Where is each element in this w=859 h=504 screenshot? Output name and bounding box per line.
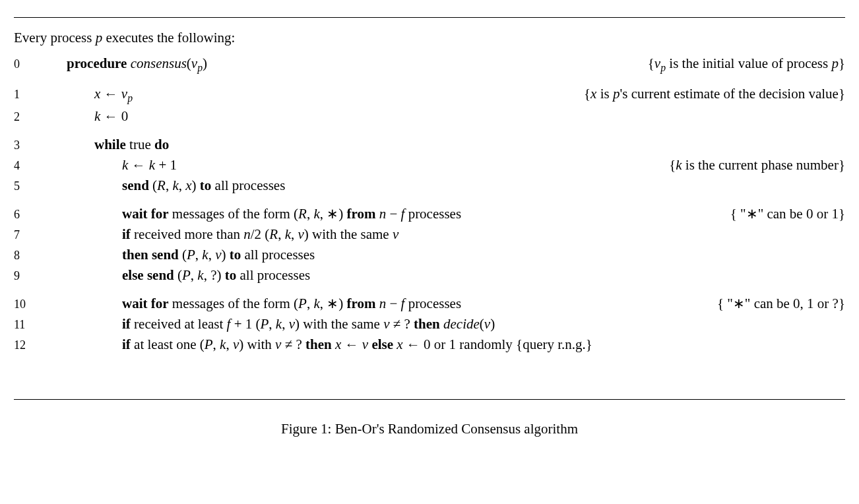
line-number: 5 — [14, 179, 42, 193]
line-comment: { "∗" can be 0 or 1} — [730, 206, 845, 222]
line-number: 4 — [14, 159, 42, 173]
line-number: 10 — [14, 298, 42, 311]
bottom-rule — [14, 399, 845, 400]
line-number: 7 — [14, 228, 42, 242]
line-body: while true do — [42, 137, 845, 153]
line-number: 0 — [14, 57, 42, 71]
figure-caption: Figure 1: Ben-Or's Randomized Consensus … — [14, 421, 845, 437]
line-comment: {k is the current phase number} — [669, 157, 845, 173]
line-number: 9 — [14, 269, 42, 283]
line-9: 9 else send (P, k, ?) to all processes — [14, 267, 845, 284]
line-body: wait for messages of the form (R, k, ∗) … — [42, 206, 730, 222]
line-number: 6 — [14, 208, 42, 222]
line-8: 8 then send (P, k, v) to all processes — [14, 247, 845, 263]
line-body: if received at least f + 1 (P, k, v) wit… — [42, 316, 845, 332]
line-6: 6 wait for messages of the form (R, k, ∗… — [14, 206, 845, 222]
line-11: 11 if received at least f + 1 (P, k, v) … — [14, 316, 845, 332]
line-body: x ← vp — [42, 86, 584, 104]
line-comment: { "∗" can be 0, 1 or ?} — [717, 296, 845, 312]
line-2: 2 k ← 0 — [14, 108, 845, 125]
line-number: 8 — [14, 249, 42, 263]
line-body: else send (P, k, ?) to all processes — [42, 267, 845, 284]
line-4: 4 k ← k + 1 {k is the current phase numb… — [14, 157, 845, 173]
line-comment: {vp is the initial value of process p} — [648, 55, 845, 74]
line-number: 1 — [14, 88, 42, 102]
line-7: 7 if received more than n/2 (R, k, v) wi… — [14, 226, 845, 243]
line-0: 0 procedure consensus(vp) {vp is the ini… — [14, 55, 845, 74]
line-body: if received more than n/2 (R, k, v) with… — [42, 226, 845, 243]
line-1: 1 x ← vp {x is p's current estimate of t… — [14, 86, 845, 104]
line-body: send (R, k, x) to all processes — [42, 177, 845, 194]
line-body: then send (P, k, v) to all processes — [42, 247, 845, 263]
line-comment: {x is p's current estimate of the decisi… — [584, 86, 845, 102]
line-body: k ← k + 1 — [42, 157, 669, 173]
line-number: 2 — [14, 110, 42, 124]
top-rule — [14, 17, 845, 18]
line-3: 3 while true do — [14, 137, 845, 153]
line-12: 12 if at least one (P, k, v) with v ≠ ? … — [14, 336, 845, 353]
line-10: 10 wait for messages of the form (P, k, … — [14, 296, 845, 312]
line-5: 5 send (R, k, x) to all processes — [14, 177, 845, 194]
algorithm-figure: Every process p executes the following: … — [14, 17, 845, 437]
line-number: 11 — [14, 318, 42, 332]
line-number: 12 — [14, 338, 42, 352]
line-number: 3 — [14, 139, 42, 152]
line-body: procedure consensus(vp) — [42, 55, 648, 74]
line-body: wait for messages of the form (P, k, ∗) … — [42, 296, 717, 312]
intro-text: Every process p executes the following: — [14, 30, 845, 46]
line-body: if at least one (P, k, v) with v ≠ ? the… — [42, 336, 845, 353]
line-body: k ← 0 — [42, 108, 845, 125]
